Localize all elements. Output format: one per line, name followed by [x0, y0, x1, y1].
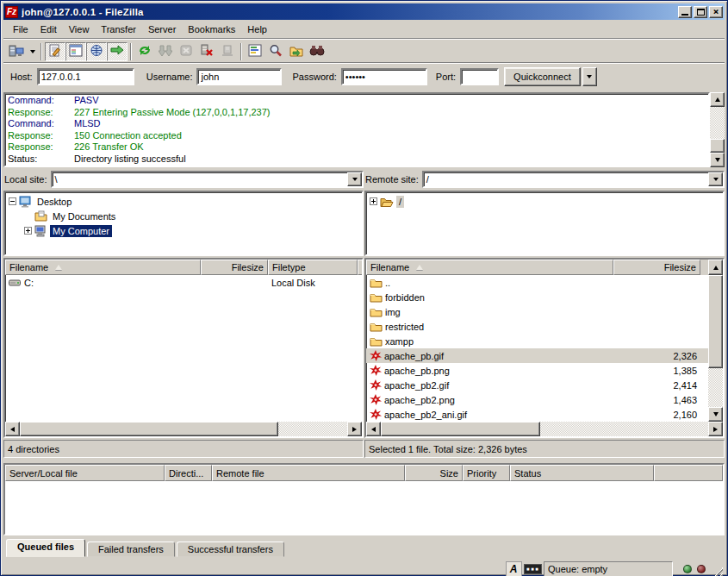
file-row-img[interactable]: img	[366, 304, 708, 319]
log-line-text: 227 Entering Passive Mode (127,0,0,1,17,…	[74, 107, 270, 119]
image-icon	[370, 379, 382, 391]
filename-text: apache_pb2.png	[384, 395, 455, 405]
scrollbar-thumb[interactable]	[710, 139, 725, 153]
scrollbar-thumb[interactable]	[20, 422, 278, 436]
maximize-button[interactable]	[694, 6, 707, 18]
remote-site-dropdown-button[interactable]	[708, 172, 723, 186]
close-button[interactable]: ×	[709, 6, 723, 18]
tab-successful-transfers[interactable]: Successful transfers	[177, 542, 284, 557]
toggle-local-tree-button[interactable]	[65, 42, 86, 61]
local-site-dropdown-button[interactable]	[347, 172, 362, 186]
file-row-c-[interactable]: C:Local Disk	[5, 275, 362, 290]
file-row-restricted[interactable]: restricted	[366, 319, 708, 334]
refresh-button[interactable]	[134, 42, 155, 61]
toggle-transfer-queue-button[interactable]	[107, 42, 128, 61]
file-row-apache-pb-png[interactable]: apache_pb.png1,385	[366, 363, 708, 378]
site-manager-button[interactable]	[6, 42, 27, 61]
resize-grip[interactable]	[711, 567, 723, 576]
local-horizontal-scrollbar[interactable]	[5, 422, 362, 436]
tab-failed-transfers[interactable]: Failed transfers	[87, 542, 175, 557]
scroll-left-button[interactable]	[5, 422, 20, 436]
tree-item-my-documents[interactable]: My Documents	[7, 209, 362, 223]
process-queue-button[interactable]	[155, 42, 176, 61]
column-header-filename[interactable]: Filename	[366, 260, 613, 275]
remote-vertical-scrollbar[interactable]	[708, 275, 723, 422]
filename-cell: apache_pb.png	[366, 363, 613, 378]
encryption-indicator-icon[interactable]: ▪▪▪	[525, 561, 541, 576]
sort-ascending-icon	[416, 265, 423, 270]
toggle-transfer-queue-icon	[110, 44, 124, 59]
find-files-button[interactable]	[265, 42, 286, 61]
queue-column-status[interactable]: Status	[510, 465, 654, 481]
log-vertical-scrollbar[interactable]	[710, 92, 725, 167]
tree-item-my-computer[interactable]: My Computer	[7, 223, 362, 238]
menu-file[interactable]: File	[7, 22, 34, 37]
tree-item-desktop[interactable]: Desktop	[7, 194, 362, 209]
scrollbar-thumb[interactable]	[708, 275, 723, 368]
column-header-filesize[interactable]: Filesize	[201, 260, 268, 275]
local-site-combobox[interactable]: \	[51, 171, 364, 188]
scroll-right-button[interactable]	[347, 422, 362, 436]
local-status-bar: 4 directories	[3, 440, 364, 458]
file-row--[interactable]: ..	[366, 275, 708, 290]
menu-edit[interactable]: Edit	[34, 22, 63, 37]
remote-horizontal-scrollbar[interactable]	[366, 422, 723, 436]
site-manager-dropdown-button[interactable]	[27, 42, 38, 61]
queue-column-remote-file[interactable]: Remote file	[212, 465, 405, 481]
menu-help[interactable]: Help	[241, 22, 273, 37]
username-input[interactable]	[196, 68, 282, 85]
username-label: Username:	[146, 72, 193, 82]
directory-listing-filters-button[interactable]	[245, 42, 265, 61]
tab-queued-files[interactable]: Queued files	[6, 539, 85, 557]
toggle-message-log-button[interactable]	[45, 42, 65, 61]
queue-column-size[interactable]: Size	[405, 465, 463, 481]
file-row-apache-pb-gif[interactable]: apache_pb.gif2,326	[366, 348, 708, 363]
queue-column-server-local-file[interactable]: Server/Local file	[5, 465, 165, 481]
host-input[interactable]	[37, 68, 134, 85]
minimize-button[interactable]	[678, 6, 692, 18]
menu-view[interactable]: View	[63, 22, 96, 37]
column-header-filetype[interactable]: Filetype	[268, 260, 358, 275]
scroll-right-button[interactable]	[708, 422, 723, 436]
folder-icon	[370, 291, 383, 303]
scroll-left-button[interactable]	[366, 422, 381, 436]
cancel-operation-button[interactable]	[176, 42, 196, 61]
scroll-down-button[interactable]	[710, 153, 725, 167]
queue-column-directi-[interactable]: Directi...	[165, 465, 212, 481]
tree-expander-plus[interactable]	[24, 227, 32, 235]
column-header-filesize[interactable]: Filesize	[613, 260, 700, 275]
reconnect-button[interactable]	[217, 42, 238, 61]
toggle-local-tree-icon	[69, 44, 83, 59]
password-input[interactable]	[341, 68, 427, 85]
menu-server[interactable]: Server	[142, 22, 182, 37]
tree-expander-plus[interactable]	[370, 197, 377, 205]
file-row-apache-pb2-ani-gif[interactable]: apache_pb2_ani.gif2,160	[366, 407, 708, 422]
column-header-l[interactable]: L	[358, 260, 364, 275]
scrollbar-thumb[interactable]	[381, 422, 540, 436]
file-row-apache-pb2-gif[interactable]: apache_pb2.gif2,414	[366, 378, 708, 392]
directory-comparison-button[interactable]	[307, 42, 327, 61]
menu-transfer[interactable]: Transfer	[95, 22, 142, 37]
file-row-xampp[interactable]: xampp	[366, 334, 708, 348]
remote-site-combobox[interactable]: /	[422, 171, 725, 188]
transfer-type-indicator-icon[interactable]: A	[506, 561, 522, 576]
column-header-label: Filesize	[664, 262, 696, 272]
column-header-filename[interactable]: Filename	[5, 260, 201, 275]
scroll-up-button[interactable]	[708, 260, 723, 275]
disconnect-button[interactable]	[196, 42, 217, 61]
scroll-down-button[interactable]	[708, 407, 723, 422]
port-input[interactable]	[460, 68, 499, 85]
chevron-down-icon	[587, 75, 592, 78]
menu-bookmarks[interactable]: Bookmarks	[182, 22, 241, 37]
file-row-forbidden[interactable]: forbidden	[366, 290, 708, 304]
file-row-apache-pb2-png[interactable]: apache_pb2.png1,463	[366, 392, 708, 407]
quickconnect-button[interactable]: Quickconnect	[504, 67, 581, 86]
tree-expander-minus[interactable]	[9, 197, 16, 205]
filename-cell: apache_pb2.png	[366, 392, 613, 407]
queue-column-priority[interactable]: Priority	[463, 465, 510, 481]
quickconnect-dropdown-button[interactable]	[582, 67, 597, 86]
scroll-up-button[interactable]	[710, 92, 725, 107]
toggle-remote-tree-button[interactable]	[86, 42, 107, 61]
tree-item--[interactable]: /	[368, 194, 723, 209]
synchronized-browsing-button[interactable]	[286, 42, 307, 61]
